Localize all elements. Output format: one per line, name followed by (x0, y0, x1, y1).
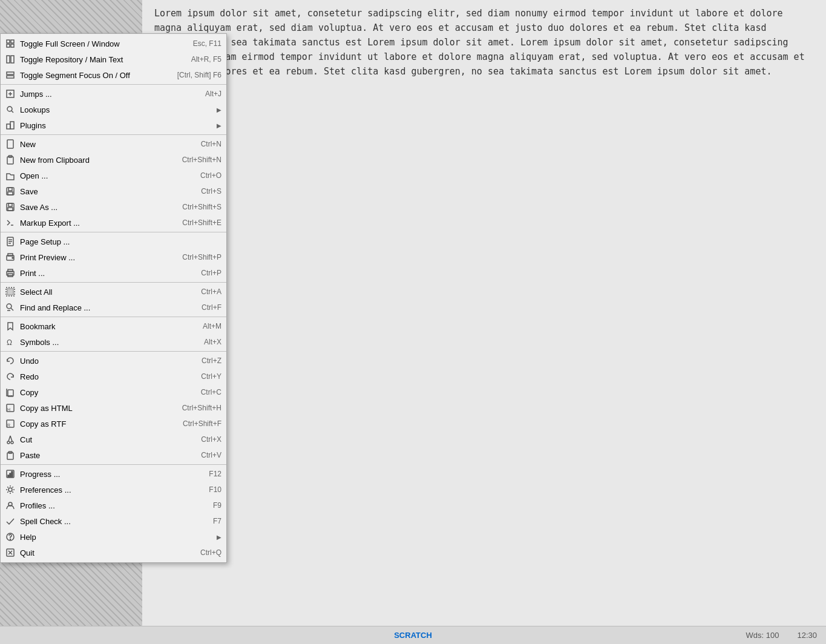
print-preview-label: Print Preview ... (20, 253, 170, 262)
menu-item-help[interactable]: Help▶ (1, 529, 226, 545)
jumps-icon (3, 88, 18, 100)
menu-item-select-all[interactable]: Select AllCtrl+A (1, 284, 226, 300)
menu-item-markup-export[interactable]: Markup Export ...Ctrl+Shift+E (1, 215, 226, 231)
page-setup-label: Page Setup ... (20, 237, 221, 246)
svg-line-12 (11, 111, 13, 113)
menu-item-toggle-fullscreen[interactable]: Toggle Full Screen / WindowEsc, F11 (1, 36, 226, 51)
save-icon (3, 185, 18, 197)
progress-shortcut: F12 (209, 470, 221, 478)
menu-item-lookups[interactable]: Lookups▶ (1, 102, 226, 117)
svg-point-31 (12, 257, 13, 258)
spell-check-label: Spell Check ... (20, 517, 201, 526)
menu-item-open[interactable]: Open ...Ctrl+O (1, 168, 226, 183)
svg-point-37 (7, 304, 11, 309)
undo-shortcut: Ctrl+Z (202, 356, 221, 365)
menu-item-plugins[interactable]: Plugins▶ (1, 117, 226, 133)
bookmark-label: Bookmark (20, 322, 191, 331)
svg-point-56 (8, 488, 12, 491)
print-preview-icon (3, 251, 18, 263)
markup-export-label: Markup Export ... (20, 218, 170, 228)
new-clipboard-label: New from Clipboard (20, 156, 170, 165)
menu-item-bookmark[interactable]: BookmarkAlt+M (1, 318, 226, 334)
svg-point-59 (10, 539, 11, 540)
menu-item-save[interactable]: SaveCtrl+S (1, 183, 226, 199)
svg-rect-3 (11, 44, 14, 47)
svg-rect-19 (8, 188, 12, 191)
menu-item-quit[interactable]: QuitCtrl+Q (1, 545, 226, 560)
new-clipboard-shortcut: Ctrl+Shift+N (182, 156, 221, 164)
svg-text:H: H (7, 407, 10, 412)
toggle-repo-label: Toggle Repository / Main Text (20, 55, 179, 64)
find-replace-shortcut: Ctrl+F (202, 303, 221, 312)
plugins-submenu-arrow: ▶ (217, 122, 221, 129)
copy-rtf-label: Copy as RTF (20, 419, 171, 429)
svg-rect-23 (8, 208, 13, 211)
svg-rect-22 (8, 203, 12, 206)
menu-item-copy[interactable]: CopyCtrl+C (1, 384, 226, 400)
menu-separator (1, 464, 226, 465)
progress-label: Progress ... (20, 470, 197, 479)
menu-item-paste[interactable]: PasteCtrl+V (1, 447, 226, 463)
svg-rect-36 (7, 289, 13, 295)
svg-text:R: R (7, 423, 10, 427)
plugins-label: Plugins (20, 121, 214, 130)
print-preview-shortcut: Ctrl+Shift+P (182, 253, 221, 261)
menu-item-preferences[interactable]: Preferences ...F10 (1, 482, 226, 498)
svg-point-46 (7, 441, 10, 444)
menu-item-print[interactable]: Print ...Ctrl+P (1, 265, 226, 281)
cut-icon (3, 433, 18, 445)
scratch-label: SCRATCH (394, 631, 432, 640)
menu-item-redo[interactable]: RedoCtrl+Y (1, 369, 226, 384)
new-icon (3, 138, 18, 150)
open-icon (3, 169, 18, 182)
menu-separator (1, 282, 226, 283)
menu-item-new[interactable]: NewCtrl+N (1, 136, 226, 152)
copy-rtf-icon: R (3, 418, 18, 430)
menu-item-progress[interactable]: Progress ...F12 (1, 466, 226, 482)
menu-item-copy-html[interactable]: HCopy as HTMLCtrl+Shift+H (1, 400, 226, 416)
status-bar: SCRATCH Wds: 100 12:30 (0, 626, 826, 644)
menu-item-profiles[interactable]: Profiles ...F9 (1, 498, 226, 513)
profiles-icon (3, 499, 18, 511)
copy-label: Copy (20, 388, 189, 397)
toggle-fullscreen-icon (3, 38, 18, 50)
lookups-label: Lookups (20, 105, 214, 114)
menu-item-page-setup[interactable]: Page Setup ... (1, 234, 226, 249)
menu-item-jumps[interactable]: Jumps ...Alt+J (1, 86, 226, 102)
copy-shortcut: Ctrl+C (201, 388, 221, 396)
svg-rect-20 (8, 192, 13, 195)
toggle-repo-shortcut: Alt+R, F5 (191, 55, 221, 64)
menu-item-new-clipboard[interactable]: New from ClipboardCtrl+Shift+N (1, 152, 226, 168)
menu-item-print-preview[interactable]: Print Preview ...Ctrl+Shift+P (1, 249, 226, 265)
menu-item-undo[interactable]: UndoCtrl+Z (1, 353, 226, 369)
menu-item-copy-rtf[interactable]: RCopy as RTFCtrl+Shift+F (1, 416, 226, 432)
bookmark-icon (3, 320, 18, 332)
preferences-label: Preferences ... (20, 485, 197, 494)
time-label: 12:30 (797, 631, 817, 640)
menu-item-find-replace[interactable]: Find and Replace ...Ctrl+F (1, 300, 226, 315)
paste-label: Paste (20, 451, 189, 460)
profiles-shortcut: F9 (213, 501, 221, 510)
quit-icon (3, 547, 18, 559)
lookups-submenu-arrow: ▶ (217, 107, 221, 113)
select-all-shortcut: Ctrl+A (201, 288, 221, 296)
menu-separator (1, 317, 226, 317)
menu-item-cut[interactable]: CutCtrl+X (1, 432, 226, 447)
toggle-segment-icon (3, 69, 18, 81)
menu-item-symbols[interactable]: ΩSymbols ...Alt+X (1, 334, 226, 350)
progress-icon (3, 468, 18, 480)
svg-rect-14 (10, 122, 14, 129)
undo-label: Undo (20, 356, 189, 366)
symbols-icon: Ω (3, 336, 18, 348)
toggle-repo-icon (3, 53, 18, 65)
menu-item-spell-check[interactable]: Spell Check ...F7 (1, 513, 226, 529)
new-clipboard-icon (3, 154, 18, 166)
quit-label: Quit (20, 548, 188, 557)
redo-icon (3, 370, 18, 383)
menu-item-save-as[interactable]: Save As ...Ctrl+Shift+S (1, 199, 226, 215)
menu-item-toggle-repo[interactable]: Toggle Repository / Main TextAlt+R, F5 (1, 51, 226, 67)
menu-item-toggle-segment[interactable]: Toggle Segment Focus On / Off[Ctrl, Shif… (1, 67, 226, 83)
main-text-content: Lorem ipsum dolor sit amet, consetetur s… (154, 8, 805, 77)
open-label: Open ... (20, 171, 188, 180)
svg-rect-5 (11, 56, 14, 63)
